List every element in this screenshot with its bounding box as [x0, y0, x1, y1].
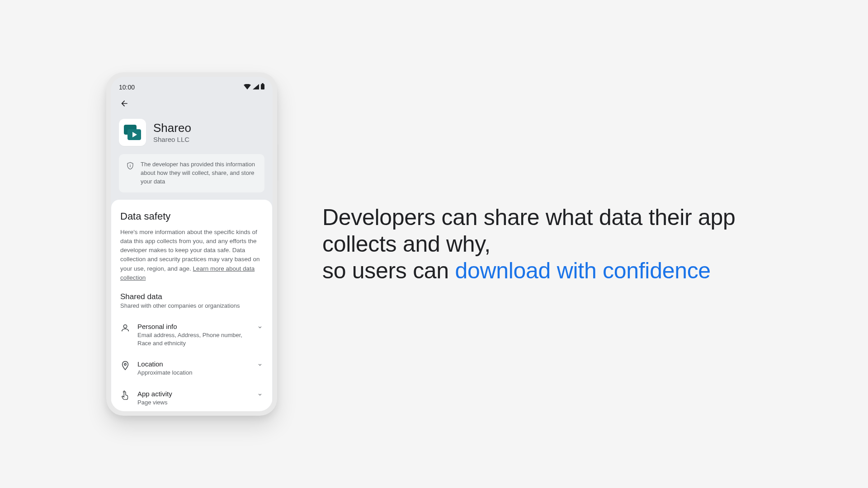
arrow-back-icon — [120, 99, 129, 108]
battery-icon — [261, 83, 264, 91]
touch-icon — [120, 390, 130, 400]
back-button[interactable] — [118, 97, 131, 110]
svg-point-2 — [130, 165, 131, 166]
svg-point-4 — [123, 325, 127, 328]
play-icon — [132, 132, 137, 137]
info-banner: The developer has provided this informat… — [119, 154, 264, 192]
data-row-location[interactable]: Location Approximate location — [120, 354, 263, 383]
app-developer: Shareo LLC — [153, 136, 191, 143]
marketing-highlight: download with confidence — [455, 258, 710, 283]
marketing-line2-prefix: so users can — [322, 258, 455, 283]
data-row-title: Location — [137, 360, 250, 368]
data-row-personal-info[interactable]: Personal info Email address, Address, Ph… — [120, 316, 263, 354]
app-icon — [119, 119, 146, 146]
data-row-desc: Approximate location — [137, 369, 250, 377]
chevron-down-icon — [257, 324, 263, 332]
marketing-copy: Developers can share what data their app… — [322, 204, 766, 284]
chevron-down-icon — [257, 391, 263, 399]
svg-rect-0 — [261, 84, 264, 89]
phone-mockup: 10:00 — [102, 72, 277, 416]
data-safety-heading: Data safety — [120, 211, 263, 222]
data-row-app-activity[interactable]: App activity Page views — [120, 384, 263, 411]
status-time: 10:00 — [119, 84, 135, 91]
wifi-icon — [244, 84, 251, 91]
status-bar: 10:00 — [111, 77, 273, 94]
shared-data-heading: Shared data — [120, 292, 263, 301]
svg-rect-1 — [262, 83, 264, 84]
data-row-desc: Page views — [137, 399, 250, 407]
app-header: Shareo Shareo LLC — [111, 114, 273, 154]
svg-rect-3 — [130, 166, 130, 167]
data-row-desc: Email address, Address, Phone number, Ra… — [137, 331, 250, 347]
shared-data-subheading: Shared with other companies or organizat… — [120, 302, 263, 309]
marketing-line1: Developers can share what data their app… — [322, 205, 736, 257]
svg-point-5 — [124, 364, 126, 366]
location-icon — [120, 361, 130, 371]
app-name: Shareo — [153, 122, 191, 135]
shield-icon — [126, 161, 134, 172]
data-safety-card: Data safety Here's more information abou… — [111, 200, 272, 411]
info-banner-text: The developer has provided this informat… — [141, 160, 257, 186]
data-row-title: Personal info — [137, 323, 250, 330]
person-icon — [120, 323, 130, 333]
data-safety-body: Here's more information about the specif… — [120, 228, 263, 283]
data-row-title: App activity — [137, 390, 250, 398]
chevron-down-icon — [257, 361, 263, 370]
signal-icon — [253, 84, 259, 91]
